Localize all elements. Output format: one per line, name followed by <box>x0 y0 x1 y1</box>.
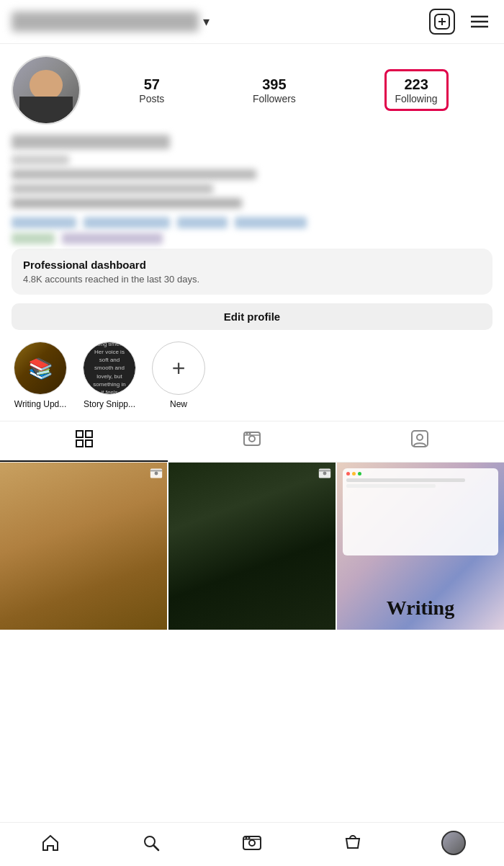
window-bar <box>346 472 495 476</box>
bio-line-3 <box>12 184 213 194</box>
posts-label: Posts <box>139 93 164 104</box>
window-dot-green <box>358 472 361 476</box>
svg-point-16 <box>417 434 423 440</box>
followers-label: Followers <box>253 93 296 104</box>
avatar-image <box>13 57 79 123</box>
home-nav-button[interactable] <box>33 830 68 856</box>
stats-row: 57 Posts 395 Followers 223 Following <box>95 69 492 111</box>
window-line-2 <box>346 484 436 488</box>
svg-line-24 <box>154 846 159 851</box>
shop-nav-button[interactable] <box>336 830 370 856</box>
window-dot-yellow <box>352 472 356 476</box>
highlight-story-snipp[interactable]: "It's been a long time." Her voice is so… <box>81 342 138 409</box>
profile-top: 57 Posts 395 Followers 223 Following <box>12 55 492 125</box>
tab-tagged[interactable] <box>336 421 504 462</box>
svg-point-13 <box>246 433 248 435</box>
highlight-image-1 <box>14 342 66 394</box>
svg-point-29 <box>248 837 251 839</box>
grid-image-2 <box>168 463 336 630</box>
menu-icon[interactable] <box>467 9 492 35</box>
bio-line-4 <box>12 198 242 208</box>
highlight-label-new: New <box>170 399 187 409</box>
highlight-new[interactable]: + New <box>150 342 207 409</box>
bio-text <box>12 155 492 208</box>
bio-links-row-2 <box>12 233 492 244</box>
grid-image-1 <box>0 463 167 630</box>
svg-rect-6 <box>76 431 83 437</box>
svg-rect-9 <box>86 440 92 447</box>
edit-profile-button[interactable]: Edit profile <box>12 303 492 330</box>
svg-rect-8 <box>76 440 83 447</box>
username-area[interactable]: ▾ <box>12 12 429 32</box>
reel-badge-1 <box>150 467 163 483</box>
svg-point-28 <box>246 837 248 839</box>
svg-rect-7 <box>86 431 92 437</box>
highlight-label-2: Story Snipp... <box>84 399 135 409</box>
svg-point-18 <box>155 472 158 476</box>
tagged-icon <box>411 430 428 452</box>
tab-grid[interactable] <box>0 421 168 462</box>
grid-icon <box>76 430 93 452</box>
window-dot-red <box>346 472 350 476</box>
dashboard-card[interactable]: Professional dashboard 4.8K accounts rea… <box>12 249 492 295</box>
window-line-1 <box>346 478 465 482</box>
posts-count: 57 <box>144 76 160 93</box>
highlight-label-1: Writing Upd... <box>14 399 66 409</box>
followers-count: 395 <box>262 76 286 93</box>
bio-link-chip-4 <box>235 217 307 228</box>
bottom-avatar <box>441 831 466 855</box>
highlight-circle-1 <box>14 342 67 395</box>
svg-rect-19 <box>150 470 162 471</box>
top-nav-icons <box>429 9 492 35</box>
svg-rect-22 <box>319 470 330 471</box>
avatar[interactable] <box>12 55 81 125</box>
following-label: Following <box>395 93 438 104</box>
reels-icon <box>243 430 261 452</box>
posts-stat[interactable]: 57 Posts <box>139 76 164 104</box>
dashboard-subtitle: 4.8K accounts reached in the last 30 day… <box>23 274 481 285</box>
top-nav: ▾ <box>0 0 504 44</box>
following-count: 223 <box>404 76 428 93</box>
bio-links-row <box>12 217 492 228</box>
plus-icon: + <box>172 355 186 382</box>
tabs-row <box>0 421 504 463</box>
svg-point-14 <box>248 433 251 435</box>
bio-area <box>12 135 492 208</box>
new-post-button[interactable] <box>429 9 455 35</box>
chevron-down-icon[interactable]: ▾ <box>203 14 210 30</box>
bio-link-chip-5 <box>12 233 55 244</box>
highlights-row: Writing Upd... "It's been a long time." … <box>12 342 492 421</box>
tab-reels[interactable] <box>168 421 336 462</box>
reels-nav-button[interactable] <box>235 830 269 856</box>
bio-link-chip-6 <box>62 233 163 244</box>
writing-text: Writing <box>387 597 454 620</box>
bio-links-area <box>12 217 492 244</box>
bottom-spacer <box>0 630 504 680</box>
followers-stat[interactable]: 395 Followers <box>253 76 296 104</box>
username-text <box>12 12 199 32</box>
highlight-circle-new: + <box>152 342 205 395</box>
profile-nav-button[interactable] <box>436 830 471 856</box>
grid-item-2[interactable] <box>168 463 336 630</box>
bio-link-chip-1[interactable] <box>12 217 76 228</box>
bio-line-1 <box>12 155 69 165</box>
bio-link-chip-2 <box>84 217 170 228</box>
bio-line-2 <box>12 169 256 179</box>
photo-grid: Writing <box>0 463 504 630</box>
svg-point-21 <box>323 472 327 476</box>
svg-point-26 <box>249 840 255 846</box>
bio-name <box>12 135 170 149</box>
window-mockup <box>343 468 498 555</box>
grid-item-1[interactable] <box>0 463 167 630</box>
grid-image-3: Writing <box>337 463 504 630</box>
search-nav-button[interactable] <box>134 830 168 856</box>
following-stat[interactable]: 223 Following <box>384 69 449 111</box>
highlight-writing-upd[interactable]: Writing Upd... <box>12 342 69 409</box>
dashboard-title: Professional dashboard <box>23 259 481 271</box>
highlight-image-2: "It's been a long time." Her voice is so… <box>84 342 135 394</box>
reel-badge-2 <box>318 467 331 483</box>
profile-section: 57 Posts 395 Followers 223 Following <box>0 44 504 421</box>
grid-item-3[interactable]: Writing <box>337 463 504 630</box>
bottom-nav <box>0 822 504 866</box>
svg-point-11 <box>249 436 255 442</box>
